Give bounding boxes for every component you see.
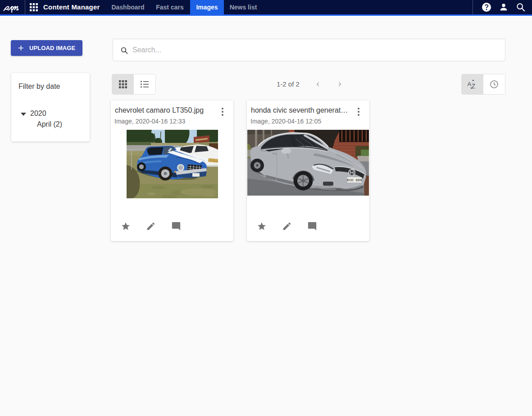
svg-text:A: A [468, 81, 472, 87]
svg-text:KUO 866: KUO 866 [347, 178, 362, 182]
